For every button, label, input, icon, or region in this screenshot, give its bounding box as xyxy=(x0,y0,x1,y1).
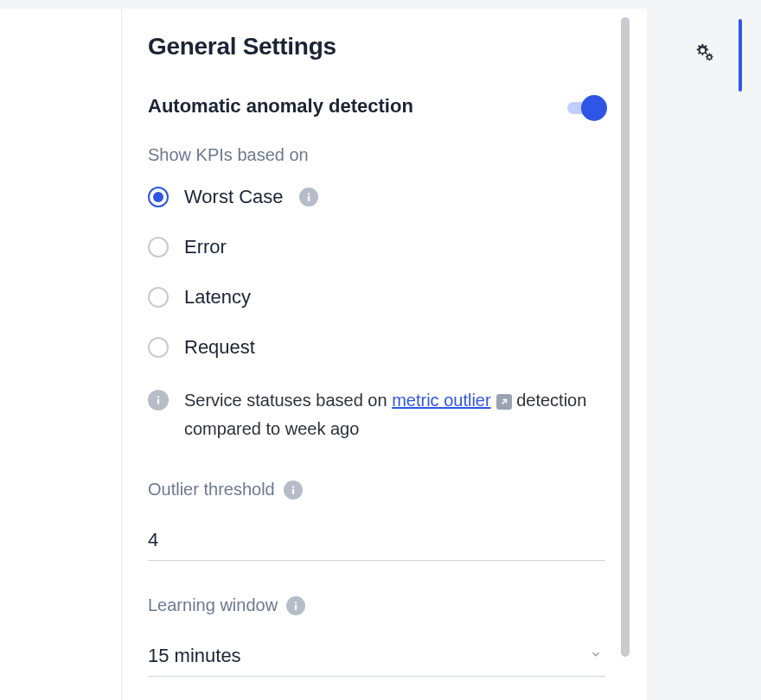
kpi-basis-label: Show KPIs based on xyxy=(148,145,605,165)
svg-point-0 xyxy=(307,193,309,194)
external-link-icon xyxy=(496,394,512,410)
learning-window-label: Learning window xyxy=(148,595,605,615)
learning-window-field: Learning window 15 minutes xyxy=(148,595,605,677)
info-icon[interactable] xyxy=(284,480,303,500)
outlier-threshold-input[interactable] xyxy=(148,520,605,561)
radio-label: Worst Case xyxy=(184,186,284,208)
anomaly-detection-toggle[interactable] xyxy=(557,93,605,119)
kpi-radio-group: Worst Case Error Latency Request xyxy=(148,186,605,359)
outlier-threshold-label-text: Outlier threshold xyxy=(148,480,275,500)
settings-panel: General Settings Automatic anomaly detec… xyxy=(122,9,631,700)
kpi-radio-request[interactable]: Request xyxy=(148,336,605,359)
svg-rect-5 xyxy=(292,488,294,493)
right-gutter xyxy=(647,9,761,700)
gears-icon[interactable] xyxy=(693,41,715,67)
svg-point-4 xyxy=(292,486,294,487)
status-note: Service statuses based on metric outlier… xyxy=(148,386,605,443)
page-title: General Settings xyxy=(148,33,605,60)
outlier-threshold-label: Outlier threshold xyxy=(148,480,605,500)
learning-window-label-text: Learning window xyxy=(148,595,278,615)
info-icon[interactable] xyxy=(286,596,305,615)
left-gutter xyxy=(0,9,122,700)
svg-point-6 xyxy=(295,601,297,603)
kpi-basis-label-text: Show KPIs based on xyxy=(148,145,309,165)
metric-outlier-link[interactable]: metric outlier xyxy=(392,391,490,410)
radio-indicator xyxy=(148,337,169,358)
note-prefix: Service statuses based on xyxy=(184,391,392,410)
anomaly-detection-label: Automatic anomaly detection xyxy=(148,95,413,118)
kpi-radio-error[interactable]: Error xyxy=(148,236,605,258)
radio-indicator xyxy=(148,237,169,258)
status-note-text: Service statuses based on metric outlier… xyxy=(184,386,605,443)
radio-label: Request xyxy=(184,336,255,359)
learning-window-select[interactable]: 15 minutes xyxy=(148,636,605,677)
svg-rect-1 xyxy=(307,196,309,201)
svg-rect-7 xyxy=(295,604,297,609)
info-icon xyxy=(148,390,169,410)
kpi-radio-latency[interactable]: Latency xyxy=(148,286,605,309)
radio-indicator xyxy=(148,187,169,207)
svg-point-2 xyxy=(157,396,159,398)
scrollbar[interactable] xyxy=(621,17,630,657)
info-icon[interactable] xyxy=(299,188,318,207)
kpi-radio-worst-case[interactable]: Worst Case xyxy=(148,186,605,208)
panel-divider xyxy=(631,9,647,700)
svg-rect-3 xyxy=(157,399,159,404)
radio-label: Error xyxy=(184,236,227,258)
right-accent-bar xyxy=(739,19,742,92)
anomaly-detection-row: Automatic anomaly detection xyxy=(148,93,605,119)
outlier-threshold-field: Outlier threshold xyxy=(148,480,605,561)
radio-label: Latency xyxy=(184,286,251,309)
radio-indicator xyxy=(148,287,169,308)
